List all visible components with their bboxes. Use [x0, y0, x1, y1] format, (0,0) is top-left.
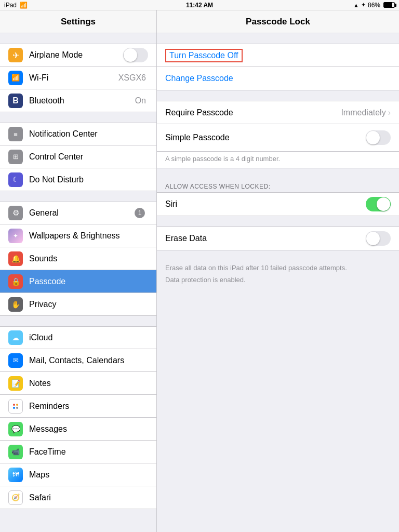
sidebar-item-wallpaper[interactable]: ✦ Wallpapers & Brightness [0, 224, 156, 247]
require-passcode-value: Immediately [341, 108, 385, 117]
data-protection-label: Data protection is enabled. [157, 274, 399, 289]
erase-data-item[interactable]: Erase Data [157, 227, 399, 250]
erase-data-group: Erase Data [157, 227, 399, 250]
icloud-icon: ☁ [8, 330, 23, 345]
bluetooth-icon: ✦ [361, 2, 366, 8]
main-layout: Settings ✈ Airplane Mode 📶 Wi-Fi XSGX6 B… [0, 10, 399, 532]
sidebar-item-wifi[interactable]: 📶 Wi-Fi XSGX6 [0, 66, 156, 89]
mail-label: Mail, Contacts, Calendars [29, 356, 148, 365]
maps-label: Maps [29, 470, 148, 480]
privacy-icon: ✋ [8, 297, 23, 312]
wallpaper-icon: ✦ [8, 229, 23, 243]
sidebar-item-control[interactable]: ⊞ Control Center [0, 145, 156, 168]
sidebar-item-mail[interactable]: ✉ Mail, Contacts, Calendars [0, 349, 156, 372]
passcode-actions-group: Turn Passcode Off Change Passcode [157, 44, 399, 90]
require-passcode-label: Require Passcode [165, 108, 341, 117]
general-badge: 1 [135, 208, 145, 218]
passcode-icon: 🔒 [8, 274, 23, 289]
allow-access-label: ALLOW ACCESS WHEN LOCKED: [157, 179, 399, 192]
battery-icon [383, 2, 395, 8]
airplane-icon: ✈ [8, 48, 23, 62]
require-passcode-item[interactable]: Require Passcode Immediately › [157, 101, 399, 124]
right-panel-title: Passcode Lock [157, 10, 399, 33]
passcode-label: Passcode [29, 277, 148, 286]
location-icon: ▲ [353, 2, 359, 8]
wifi-icon: 📶 [8, 71, 23, 85]
passcode-settings-group: Require Passcode Immediately › Simple Pa… [157, 101, 399, 168]
sounds-label: Sounds [29, 254, 148, 263]
messages-label: Messages [29, 424, 148, 434]
airplane-label: Airplane Mode [29, 50, 123, 60]
sidebar-item-safari[interactable]: 🧭 Safari [0, 486, 156, 509]
turn-passcode-off-label: Turn Passcode Off [165, 49, 243, 62]
sidebar: Settings ✈ Airplane Mode 📶 Wi-Fi XSGX6 B… [0, 10, 157, 532]
general-label: General [29, 208, 135, 218]
sounds-icon: 🔔 [8, 251, 23, 266]
sidebar-item-facetime[interactable]: 📹 FaceTime [0, 441, 156, 463]
erase-data-desc: Erase all data on this iPad after 10 fai… [157, 261, 399, 274]
notification-label: Notification Center [29, 129, 148, 139]
erase-data-toggle[interactable] [366, 231, 391, 246]
notes-icon: 📝 [8, 376, 23, 391]
sidebar-item-privacy[interactable]: ✋ Privacy [0, 293, 156, 316]
facetime-icon: 📹 [8, 445, 23, 459]
carrier-label: iPad [4, 2, 17, 9]
privacy-label: Privacy [29, 300, 148, 309]
sidebar-item-passcode[interactable]: 🔒 Passcode [0, 270, 156, 293]
require-passcode-right: Immediately › [341, 108, 391, 117]
airplane-toggle[interactable] [123, 48, 148, 62]
icloud-label: iCloud [29, 333, 148, 342]
control-icon: ⊞ [8, 150, 23, 164]
bluetooth-value: On [135, 96, 146, 105]
sidebar-item-maps[interactable]: 🗺 Maps [0, 463, 156, 486]
facetime-label: FaceTime [29, 447, 148, 457]
sidebar-item-notes[interactable]: 📝 Notes [0, 372, 156, 395]
sidebar-item-airplane[interactable]: ✈ Airplane Mode [0, 44, 156, 66]
sidebar-item-messages[interactable]: 💬 Messages [0, 418, 156, 441]
sidebar-item-donotdisturb[interactable]: ☾ Do Not Disturb [0, 168, 156, 191]
erase-data-label: Erase Data [165, 234, 366, 243]
safari-label: Safari [29, 493, 148, 502]
turn-passcode-off-item[interactable]: Turn Passcode Off [157, 44, 399, 67]
right-content: Turn Passcode Off Change Passcode Requir… [157, 33, 399, 299]
sidebar-item-reminders[interactable]: Reminders [0, 395, 156, 418]
wifi-label: Wi-Fi [29, 73, 118, 83]
require-passcode-chevron: › [388, 108, 391, 117]
donotdisturb-label: Do Not Disturb [29, 175, 148, 184]
bluetooth-label: Bluetooth [29, 96, 135, 105]
allow-access-section: ALLOW ACCESS WHEN LOCKED: Siri [157, 179, 399, 216]
sidebar-group-connectivity: ✈ Airplane Mode 📶 Wi-Fi XSGX6 B Bluetoot… [0, 44, 156, 112]
change-passcode-item[interactable]: Change Passcode [157, 67, 399, 90]
time-label: 11:42 AM [186, 2, 213, 9]
simple-passcode-item[interactable]: Simple Passcode [157, 124, 399, 152]
right-panel: Passcode Lock Turn Passcode Off Change P… [157, 10, 399, 532]
status-right: ▲ ✦ 86% [353, 2, 395, 9]
sidebar-item-sounds[interactable]: 🔔 Sounds [0, 247, 156, 270]
donotdisturb-icon: ☾ [8, 172, 23, 187]
allow-access-group: Siri [157, 192, 399, 216]
sidebar-item-icloud[interactable]: ☁ iCloud [0, 326, 156, 349]
notes-label: Notes [29, 379, 148, 388]
wifi-icon: 📶 [20, 2, 28, 9]
sidebar-item-general[interactable]: ⚙ General 1 [0, 202, 156, 224]
siri-label: Siri [165, 200, 366, 209]
simple-passcode-label: Simple Passcode [165, 133, 366, 142]
sidebar-group-preferences: ⚙ General 1 ✦ Wallpapers & Brightness 🔔 … [0, 202, 156, 316]
reminders-label: Reminders [29, 402, 148, 411]
simple-passcode-toggle[interactable] [366, 130, 391, 145]
sidebar-item-notification[interactable]: ≡ Notification Center [0, 123, 156, 145]
siri-item[interactable]: Siri [157, 193, 399, 216]
battery-label: 86% [368, 2, 380, 9]
sidebar-group-system: ≡ Notification Center ⊞ Control Center ☾… [0, 123, 156, 191]
sidebar-group-apps: ☁ iCloud ✉ Mail, Contacts, Calendars 📝 N… [0, 326, 156, 509]
reminders-icon [8, 399, 23, 414]
change-passcode-label: Change Passcode [165, 74, 233, 83]
wifi-value: XSGX6 [118, 73, 146, 83]
messages-icon: 💬 [8, 422, 23, 436]
siri-toggle[interactable] [366, 197, 391, 211]
sidebar-item-bluetooth[interactable]: B Bluetooth On [0, 89, 156, 112]
control-label: Control Center [29, 152, 148, 162]
mail-icon: ✉ [8, 353, 23, 368]
bluetooth-icon: B [8, 94, 23, 108]
sidebar-title: Settings [0, 10, 156, 33]
